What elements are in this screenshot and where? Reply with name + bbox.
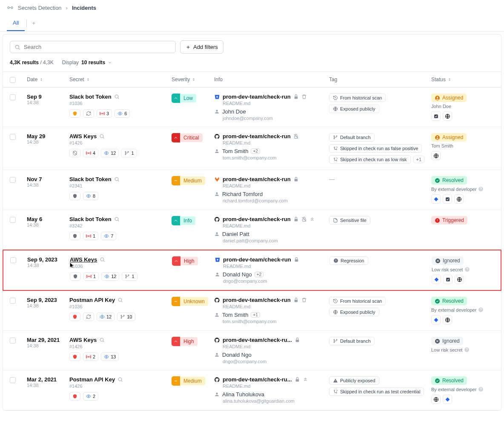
chip-shield <box>69 392 80 401</box>
svg-rect-84 <box>175 381 177 381</box>
user-icon <box>214 392 220 397</box>
severity-badge: Medium <box>172 376 205 386</box>
search-field[interactable] <box>24 44 171 50</box>
repo-name[interactable]: prom-dev-team/check-run <box>223 297 291 303</box>
secret-name[interactable]: Slack bot Token <box>69 176 172 182</box>
row-checkbox[interactable] <box>10 338 16 344</box>
svg-point-22 <box>336 136 337 136</box>
row-checkbox[interactable] <box>10 377 16 383</box>
repo-name[interactable]: prom-dev-team/check-run <box>223 216 291 222</box>
row-checkbox[interactable] <box>10 257 16 263</box>
toolbar: Add filters <box>3 34 501 60</box>
repo-name[interactable]: prom-dev-team/check-ru... <box>223 376 292 383</box>
help-icon[interactable] <box>464 267 470 272</box>
repo-name[interactable]: prom-dev-team/check-run <box>223 176 291 182</box>
status-diamond-icon[interactable] <box>432 275 441 284</box>
row-checkbox[interactable] <box>10 94 16 100</box>
status-globe-icon[interactable] <box>443 111 452 121</box>
user-email: richard.tomford@company.com <box>223 198 329 203</box>
status-globe-icon[interactable] <box>431 151 441 160</box>
table-row[interactable]: Sep 9, 202314:38AWS Keys#10361121Highpro… <box>3 250 501 291</box>
user-more: +2 <box>255 272 263 277</box>
user-icon <box>214 352 220 358</box>
status-checklist-icon[interactable] <box>443 194 452 204</box>
display-selector[interactable]: Display 10 results <box>62 60 112 65</box>
secret-name[interactable]: Postman API Key <box>69 376 172 383</box>
file-name: README.md <box>223 223 329 228</box>
search-icon[interactable] <box>117 377 123 382</box>
table-row[interactable]: Sep 914:38Slack bot Token#103636Lowprom-… <box>3 88 501 127</box>
status-badge: Assigned <box>431 133 467 142</box>
status-checklist-icon[interactable] <box>443 275 452 284</box>
secret-name[interactable]: AWS Keys <box>69 337 172 343</box>
help-icon[interactable] <box>478 307 484 313</box>
user-more: +1 <box>251 312 260 318</box>
add-filters-button[interactable]: Add filters <box>180 40 223 54</box>
row-checkbox[interactable] <box>10 134 16 140</box>
col-secret[interactable]: Secret <box>69 76 172 83</box>
status-sub: Low risk secret <box>432 267 500 272</box>
chip-shield <box>69 313 80 321</box>
table-row[interactable]: Mar 2, 202114:38Postman API Key#14262Med… <box>3 370 501 410</box>
secret-name[interactable]: AWS Keys <box>70 256 172 263</box>
search-icon[interactable] <box>100 257 105 262</box>
col-date[interactable]: Date <box>27 76 69 83</box>
row-checkbox[interactable] <box>10 298 16 304</box>
status-globe-icon[interactable] <box>431 395 441 404</box>
row-date: Sep 9 <box>27 94 69 100</box>
status-globe-icon[interactable] <box>454 194 464 204</box>
chip-refresh <box>83 313 94 321</box>
status-diamond-icon[interactable] <box>431 315 441 324</box>
search-input[interactable] <box>10 41 176 53</box>
file-name: README.md <box>223 264 329 269</box>
add-tab-button[interactable]: + <box>29 17 39 30</box>
help-icon[interactable] <box>478 387 484 392</box>
row-checkbox[interactable] <box>10 177 16 183</box>
svg-point-25 <box>336 149 337 150</box>
col-info: Info <box>214 76 329 83</box>
tab-all[interactable]: All <box>7 15 25 31</box>
table-row[interactable]: May 2914:38AWS Keys#14264121Criticalprom… <box>3 127 501 170</box>
table-row[interactable]: Nov 714:38Slack bot Token#23418Mediumpro… <box>3 170 501 210</box>
table-row[interactable]: Sep 9, 202314:38Postman API Key#10361210… <box>3 291 501 331</box>
col-status[interactable]: Status <box>431 76 499 83</box>
help-icon[interactable] <box>478 186 484 192</box>
status-checklist-icon[interactable] <box>431 111 441 121</box>
search-icon[interactable] <box>99 134 105 139</box>
col-severity[interactable]: Severity <box>172 76 214 83</box>
svg-rect-43 <box>294 219 298 221</box>
status-globe-icon[interactable] <box>443 315 452 324</box>
search-icon[interactable] <box>99 337 105 343</box>
tag: Default branch <box>329 133 375 142</box>
status-diamond-icon[interactable] <box>431 194 441 204</box>
secret-name[interactable]: AWS Keys <box>69 133 172 139</box>
secret-name[interactable]: Slack bot Token <box>69 216 172 222</box>
user-icon <box>214 109 220 114</box>
secret-name[interactable]: Slack bot Token <box>69 94 172 100</box>
help-icon[interactable] <box>464 347 470 352</box>
status-diamond-icon[interactable] <box>443 395 452 404</box>
repo-name[interactable]: prom-dev-team/check-ru... <box>223 337 292 343</box>
select-all-checkbox[interactable] <box>10 77 16 83</box>
svg-point-50 <box>126 275 126 276</box>
table-row[interactable]: May 614:38Slack bot Token#324217Infoprom… <box>3 210 501 250</box>
repo-name[interactable]: prom-dev-team/check-run <box>223 256 291 263</box>
svg-point-35 <box>216 192 218 194</box>
secret-name[interactable]: Postman API Key <box>69 297 172 303</box>
row-checkbox[interactable] <box>10 217 16 223</box>
user-name: Donald Ngo <box>222 352 252 358</box>
tag: Publicly exposed <box>329 376 379 385</box>
repo-name[interactable]: prom-dev-team/check-run <box>223 94 291 100</box>
user-name: Alina Tuholukova <box>222 391 264 398</box>
chip-signal: 1 <box>83 272 99 281</box>
breadcrumb-parent[interactable]: Secrets Detection <box>18 5 62 11</box>
table-row[interactable]: Mar 29, 202114:38AWS Keys#1426213Highpro… <box>3 331 501 370</box>
user-name: Donald Ngo <box>223 271 252 278</box>
svg-point-78 <box>336 339 337 340</box>
search-icon[interactable] <box>114 94 120 99</box>
status-globe-icon[interactable] <box>455 275 464 284</box>
search-icon[interactable] <box>117 297 123 303</box>
search-icon[interactable] <box>114 216 120 222</box>
repo-name[interactable]: prom-dev-team/check-run <box>223 133 291 139</box>
search-icon[interactable] <box>114 176 120 182</box>
